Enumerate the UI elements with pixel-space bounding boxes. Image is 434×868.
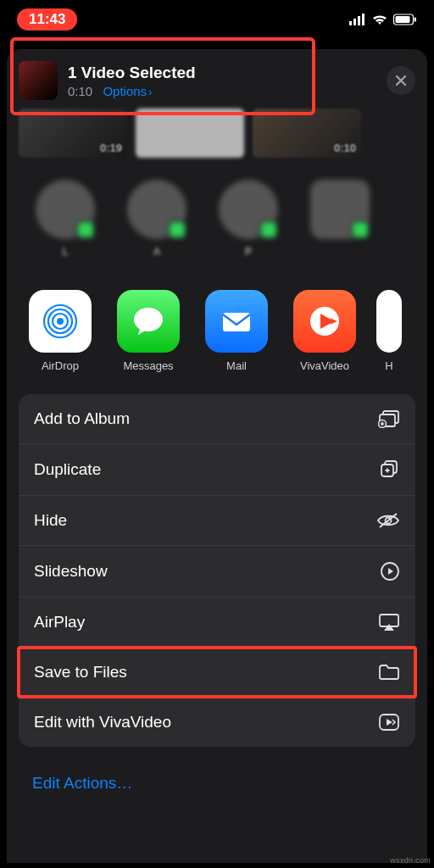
contact-item[interactable]: L — [31, 180, 100, 270]
selected-video-thumbnail — [19, 61, 58, 100]
video-thumb[interactable]: 0:19 — [19, 108, 127, 158]
viva-edit-icon — [378, 713, 400, 732]
avatar — [127, 180, 186, 239]
svg-point-11 — [134, 308, 163, 331]
video-thumb[interactable]: 0:10 — [253, 108, 361, 158]
airdrop-contacts-row: L A P — [7, 164, 427, 278]
action-label: Add to Album — [34, 409, 130, 428]
contact-item[interactable] — [305, 180, 375, 270]
action-label: Slideshow — [34, 562, 108, 581]
svg-rect-2 — [358, 16, 360, 25]
apps-row: AirDrop Messages Mail VivaVideo H — [7, 278, 427, 379]
app-airdrop[interactable]: AirDrop — [24, 290, 97, 372]
vivavideo-icon — [293, 290, 356, 353]
status-icons — [349, 14, 417, 25]
app-messages[interactable]: Messages — [112, 290, 185, 372]
share-sheet: 1 Video Selected 0:10 Options› 0:19 0:10… — [7, 49, 427, 863]
mail-icon — [205, 290, 268, 353]
avatar — [36, 180, 95, 239]
action-edit-vivavideo[interactable]: Edit with VivaVideo — [19, 698, 415, 747]
avatar — [310, 180, 370, 239]
cellular-icon — [349, 14, 366, 25]
airdrop-icon — [29, 290, 92, 353]
svg-marker-26 — [384, 624, 394, 631]
header-text: 1 Video Selected 0:10 Options› — [68, 64, 380, 98]
app-extra[interactable]: H — [376, 290, 402, 372]
action-duplicate[interactable]: Duplicate — [19, 444, 415, 496]
video-thumbnails-row: 0:19 0:10 — [7, 108, 427, 164]
messages-badge-icon — [168, 220, 186, 239]
svg-marker-24 — [388, 568, 393, 575]
contact-item[interactable]: P — [214, 180, 283, 270]
actions-list: Add to Album Duplicate Hide Slideshow Ai… — [19, 394, 415, 747]
svg-marker-28 — [387, 719, 392, 726]
svg-rect-5 — [396, 16, 410, 23]
messages-icon — [117, 290, 180, 353]
svg-rect-1 — [353, 19, 356, 25]
hide-icon — [376, 512, 400, 529]
chevron-right-icon: › — [148, 86, 152, 98]
status-time: 11:43 — [17, 8, 77, 31]
app-vivavideo[interactable]: VivaVideo — [288, 290, 361, 372]
action-slideshow[interactable]: Slideshow — [19, 546, 415, 598]
watermark: wsxdn.com — [390, 856, 431, 865]
svg-rect-6 — [415, 18, 417, 22]
action-label: Hide — [34, 511, 67, 530]
action-label: Duplicate — [34, 460, 101, 479]
sheet-header: 1 Video Selected 0:10 Options› — [7, 49, 427, 108]
svg-point-7 — [57, 318, 64, 325]
album-add-icon — [378, 409, 400, 428]
svg-rect-3 — [362, 14, 364, 25]
messages-badge-icon — [351, 220, 370, 239]
video-thumb[interactable] — [136, 108, 244, 158]
svg-rect-0 — [349, 21, 352, 25]
duplicate-icon — [380, 459, 400, 480]
messages-badge-icon — [76, 220, 95, 239]
avatar — [219, 180, 278, 239]
app-mail[interactable]: Mail — [200, 290, 273, 372]
header-subtitle: 0:10 Options› — [68, 84, 380, 98]
folder-icon — [378, 664, 400, 681]
battery-icon — [393, 14, 417, 25]
close-icon — [395, 75, 407, 86]
options-button[interactable]: Options› — [103, 84, 152, 98]
action-label: Save to Files — [34, 663, 127, 682]
svg-rect-12 — [223, 313, 250, 331]
wifi-icon — [371, 14, 388, 25]
messages-badge-icon — [259, 220, 278, 239]
action-add-to-album[interactable]: Add to Album — [19, 394, 415, 444]
app-extra-icon — [376, 290, 402, 353]
contact-item[interactable]: A — [122, 180, 192, 270]
action-label: Edit with VivaVideo — [34, 713, 171, 732]
action-save-to-files[interactable]: Save to Files — [19, 648, 415, 698]
play-circle-icon — [380, 561, 400, 581]
action-airplay[interactable]: AirPlay — [19, 598, 415, 648]
edit-actions-button[interactable]: Edit Actions… — [19, 759, 415, 808]
status-bar: 11:43 — [0, 0, 434, 34]
header-title: 1 Video Selected — [68, 64, 380, 82]
header-duration: 0:10 — [68, 84, 92, 98]
close-button[interactable] — [387, 66, 415, 95]
action-label: AirPlay — [34, 613, 85, 632]
action-hide[interactable]: Hide — [19, 496, 415, 546]
airplay-icon — [378, 613, 400, 632]
